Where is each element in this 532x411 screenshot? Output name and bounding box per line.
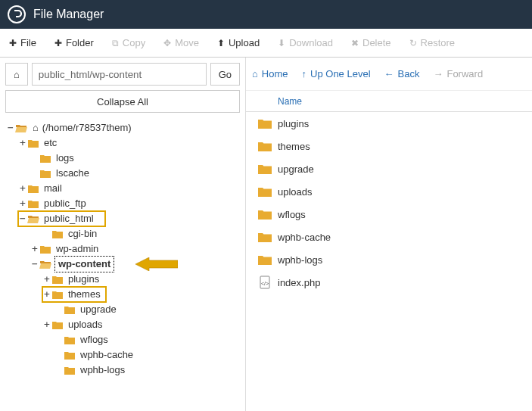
tree-toggle[interactable]: − bbox=[31, 257, 39, 272]
tree-item-public-ftp[interactable]: public_ftp bbox=[42, 196, 88, 211]
tree-item-plugins[interactable]: plugins bbox=[67, 272, 101, 287]
svg-text:</>: </> bbox=[261, 281, 269, 286]
folder-icon bbox=[64, 365, 76, 375]
tree-item-uploads[interactable]: uploads bbox=[67, 317, 104, 332]
tree-toggle[interactable]: + bbox=[43, 317, 51, 332]
list-item-name: wphb-logs bbox=[278, 254, 532, 266]
nav-up-button[interactable]: ↑Up One Level bbox=[302, 68, 371, 79]
move-icon: ✥ bbox=[163, 38, 171, 48]
folder-icon bbox=[252, 254, 278, 266]
nav-home-button[interactable]: ⌂Home bbox=[252, 68, 288, 79]
tree-toggle[interactable]: + bbox=[43, 287, 51, 302]
home-icon: ⌂ bbox=[252, 68, 258, 79]
tree-item-wp-admin[interactable]: wp-admin bbox=[54, 241, 100, 257]
folder-icon bbox=[51, 289, 64, 300]
tree-item-logs[interactable]: logs bbox=[54, 151, 76, 166]
home-icon: ⌂ bbox=[33, 120, 39, 135]
nav-forward-button: →Forward bbox=[433, 68, 483, 79]
go-button[interactable]: Go bbox=[210, 63, 240, 86]
arrow-right-icon: → bbox=[433, 68, 443, 79]
folder-icon bbox=[27, 138, 39, 148]
download-button: ⬇Download bbox=[269, 29, 342, 58]
tree-item-mail[interactable]: mail bbox=[42, 181, 64, 196]
tree-toggle[interactable]: + bbox=[19, 135, 26, 151]
folder-icon bbox=[51, 229, 64, 239]
tree-toggle[interactable]: + bbox=[19, 181, 26, 196]
folder-icon bbox=[64, 335, 76, 345]
list-item-name: plugins bbox=[278, 118, 532, 129]
move-button: ✥Move bbox=[154, 29, 208, 58]
list-item[interactable]: wphb-logs bbox=[246, 248, 532, 271]
tree-root-label[interactable]: (/home/r78537them) bbox=[41, 120, 133, 135]
list-item-name: wphb-cache bbox=[278, 232, 532, 243]
upload-button[interactable]: ⬆Upload bbox=[208, 29, 269, 58]
list-item-name: uploads bbox=[278, 186, 532, 198]
tree-toggle[interactable]: − bbox=[7, 120, 14, 135]
list-nav: ⌂Home ↑Up One Level ←Back →Forward bbox=[246, 58, 532, 91]
main-toolbar: ✚File ✚Folder ⧉Copy ✥Move ⬆Upload ⬇Downl… bbox=[0, 29, 532, 58]
sidebar: ⌂ Go Collapse All −⌂(/home/r78537them) +… bbox=[0, 58, 246, 411]
tree-item-etc[interactable]: etc bbox=[42, 135, 58, 151]
list-item[interactable]: upgrade bbox=[246, 157, 532, 180]
new-folder-button[interactable]: ✚Folder bbox=[45, 29, 103, 58]
tree-item-wflogs[interactable]: wflogs bbox=[79, 332, 110, 347]
tree-toggle[interactable]: + bbox=[43, 272, 51, 287]
tree-item-themes[interactable]: themes bbox=[67, 287, 102, 302]
folder-open-icon bbox=[15, 123, 27, 133]
folder-icon bbox=[51, 274, 64, 285]
folder-open-icon bbox=[39, 259, 51, 269]
list-item-name: themes bbox=[278, 141, 532, 152]
nav-back-button[interactable]: ←Back bbox=[384, 68, 420, 79]
list-item[interactable]: wphb-cache bbox=[246, 226, 532, 248]
tree-item-wp-content[interactable]: wp-content bbox=[54, 256, 114, 272]
tree-item-lscache[interactable]: lscache bbox=[54, 166, 91, 181]
list-item-name: upgrade bbox=[278, 163, 532, 175]
folder-icon bbox=[252, 185, 278, 198]
list-item[interactable]: </>index.php bbox=[246, 271, 532, 294]
list-item[interactable]: uploads bbox=[246, 180, 532, 203]
file-icon: </> bbox=[252, 276, 278, 289]
arrow-left-icon: ← bbox=[384, 68, 394, 79]
folder-icon bbox=[252, 140, 278, 152]
new-file-button[interactable]: ✚File bbox=[0, 29, 45, 58]
tree-item-wphb-cache[interactable]: wphb-cache bbox=[79, 347, 135, 363]
list-item[interactable]: wflogs bbox=[246, 203, 532, 226]
folder-icon bbox=[252, 163, 278, 175]
path-input[interactable] bbox=[32, 63, 207, 86]
column-header-name[interactable]: Name bbox=[246, 91, 532, 112]
download-icon: ⬇ bbox=[278, 38, 285, 48]
list-item-name: wflogs bbox=[278, 209, 532, 220]
file-list: pluginsthemesupgradeuploadswflogswphb-ca… bbox=[246, 112, 532, 411]
folder-icon bbox=[252, 208, 278, 220]
folder-icon bbox=[51, 319, 64, 330]
tree-item-cgi-bin[interactable]: cgi-bin bbox=[67, 226, 98, 241]
folder-icon bbox=[39, 168, 51, 179]
delete-icon: ✖ bbox=[351, 38, 359, 48]
tree-toggle[interactable]: + bbox=[31, 241, 39, 257]
folder-tree: −⌂(/home/r78537them) +etc +logs +lscache… bbox=[5, 117, 240, 411]
svg-point-0 bbox=[8, 6, 25, 23]
path-home-button[interactable]: ⌂ bbox=[5, 63, 28, 86]
folder-icon bbox=[252, 231, 278, 243]
tree-item-wphb-logs[interactable]: wphb-logs bbox=[79, 363, 126, 378]
restore-button: ↻Restore bbox=[400, 29, 465, 58]
tree-item-upgrade[interactable]: upgrade bbox=[79, 302, 118, 317]
folder-icon bbox=[252, 117, 278, 129]
plus-icon: ✚ bbox=[54, 38, 62, 48]
file-list-panel: ⌂Home ↑Up One Level ←Back →Forward Name … bbox=[246, 58, 532, 411]
arrow-up-icon: ↑ bbox=[302, 68, 307, 79]
restore-icon: ↻ bbox=[409, 38, 417, 48]
folder-icon bbox=[39, 244, 51, 254]
list-item[interactable]: plugins bbox=[246, 112, 532, 135]
tree-item-public-html[interactable]: public_html bbox=[42, 211, 95, 226]
folder-icon bbox=[64, 350, 76, 360]
tree-toggle[interactable]: + bbox=[19, 196, 26, 211]
list-item-name: index.php bbox=[278, 277, 532, 288]
upload-icon: ⬆ bbox=[217, 38, 225, 48]
collapse-all-button[interactable]: Collapse All bbox=[5, 90, 240, 113]
app-titlebar: File Manager bbox=[0, 0, 532, 29]
folder-icon bbox=[27, 198, 39, 209]
folder-open-icon bbox=[27, 213, 39, 224]
list-item[interactable]: themes bbox=[246, 135, 532, 157]
tree-toggle[interactable]: − bbox=[19, 211, 26, 226]
